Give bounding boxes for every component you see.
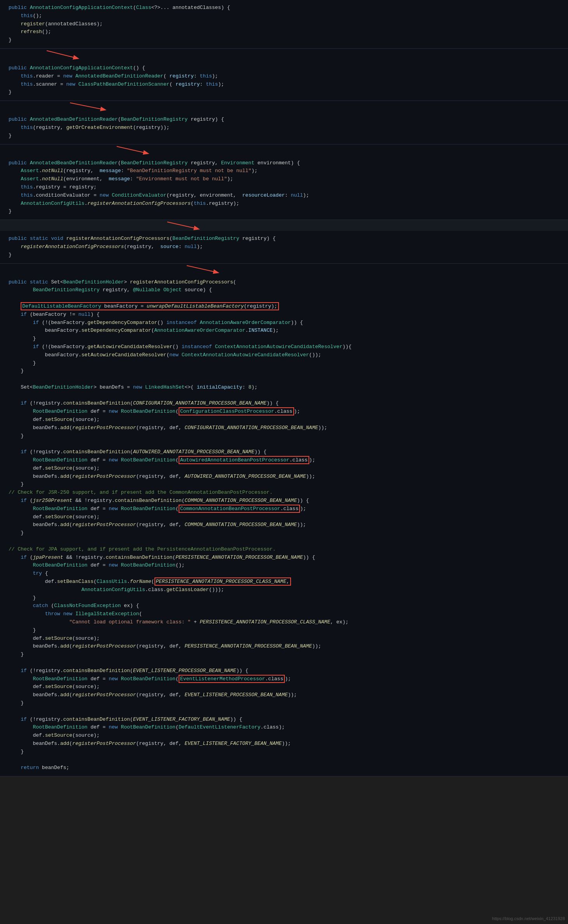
section-6: public static Set<BeanDefinitionHolder> … [0, 275, 568, 777]
arrow-svg [0, 49, 218, 60]
section-1: public AnnotationConfigApplicationContex… [0, 0, 568, 49]
arrow-svg-2 [0, 101, 218, 112]
section-2: public AnnotationConfigApplicationContex… [0, 60, 568, 101]
code-container: public AnnotationConfigApplicationContex… [0, 0, 568, 776]
arrow-section-4 [0, 220, 568, 231]
code-section-1: public AnnotationConfigApplicationContex… [4, 2, 568, 47]
svg-line-3 [70, 103, 105, 110]
svg-line-5 [117, 146, 148, 153]
arrow-section [0, 49, 568, 60]
code-section-3: public AnnotatedBeanDefinitionReader(Bea… [4, 113, 568, 142]
section-4: public AnnotatedBeanDefinitionReader(Bea… [0, 155, 568, 220]
arrow-section-5 [0, 264, 568, 275]
svg-line-1 [47, 51, 78, 58]
code-section-4: public AnnotatedBeanDefinitionReader(Bea… [4, 157, 568, 218]
svg-line-9 [187, 266, 218, 273]
watermark: https://blog.csdn.net/weixin_41231928 [492, 916, 565, 921]
code-section-5: public static void registerAnnotationCon… [4, 232, 568, 261]
arrow-section-2 [0, 101, 568, 112]
section-5: public static void registerAnnotationCon… [0, 231, 568, 263]
code-section-2: public AnnotationConfigApplicationContex… [4, 62, 568, 99]
section-3: public AnnotatedBeanDefinitionReader(Bea… [0, 112, 568, 144]
arrow-section-3 [0, 144, 568, 155]
arrow-svg-4 [0, 220, 296, 231]
arrow-svg-3 [0, 144, 272, 155]
svg-line-7 [167, 222, 198, 229]
code-section-6: public static Set<BeanDefinitionHolder> … [4, 276, 568, 775]
arrow-svg-5 [0, 264, 311, 275]
